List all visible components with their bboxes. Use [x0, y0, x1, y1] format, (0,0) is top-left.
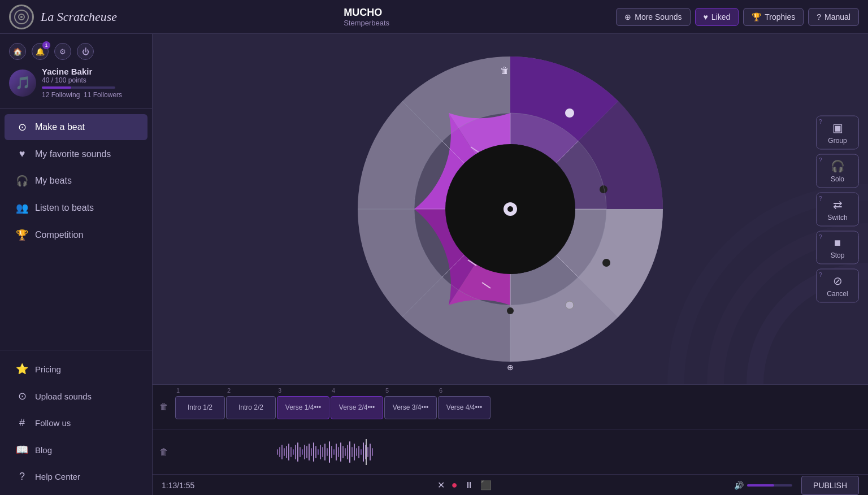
track-row-2: 🗑 // Generate waveform bars inline [153, 430, 868, 475]
svg-rect-51 [295, 445, 296, 459]
solo-button[interactable]: ? 🎧 Solo [816, 154, 859, 188]
sidebar-item-pricing[interactable]: ⭐ Pricing [5, 356, 147, 382]
switch-help-icon: ? [819, 196, 822, 202]
svg-rect-76 [351, 447, 353, 457]
track-block-verse-3[interactable]: Verse 3/4••• [384, 396, 437, 419]
trophies-icon: 🏆 [752, 12, 761, 21]
svg-rect-44 [279, 447, 280, 457]
waveform-svg: // Generate waveform bars inline [276, 439, 445, 465]
stop-help-icon: ? [819, 234, 822, 240]
svg-rect-83 [367, 447, 368, 457]
manual-button[interactable]: ? Manual [808, 8, 859, 26]
group-label: Group [828, 137, 847, 145]
sidebar-bottom: ⭐ Pricing ⊙ Upload sounds # Follow us 📖 … [0, 350, 152, 495]
svg-rect-63 [322, 447, 323, 457]
playback-controls: ✕ ● ⏸ ⬛ [437, 479, 492, 491]
trophies-button[interactable]: 🏆 Trophies [743, 8, 804, 26]
sidebar-item-my-favorite-sounds[interactable]: ♥ My favorite sounds [5, 141, 147, 167]
logo-icon [9, 5, 34, 29]
switch-button[interactable]: ? ⇄ Switch [816, 193, 859, 227]
sidebar-label-my-favorite-sounds: My favorite sounds [35, 149, 111, 159]
close-button[interactable]: ✕ [437, 480, 445, 490]
wheel-area: 🗑 ⊕ ? ▣ Group ? 🎧 Solo ? [153, 34, 868, 384]
track-block-intro-1[interactable]: Intro 1/2 [175, 396, 225, 419]
points-fill [42, 86, 71, 89]
group-help-icon: ? [819, 119, 822, 125]
svg-rect-72 [342, 446, 344, 458]
sidebar-label-blog: Blog [35, 445, 52, 455]
svg-point-37 [602, 259, 610, 267]
svg-rect-74 [347, 445, 348, 459]
svg-rect-59 [313, 442, 314, 462]
svg-point-38 [566, 301, 574, 309]
notification-icon-btn[interactable]: 🔔 1 [32, 43, 49, 60]
solo-label: Solo [831, 175, 844, 183]
track2-delete[interactable]: 🗑 [153, 447, 175, 457]
cancel-button[interactable]: ? ⊘ Cancel [816, 269, 859, 303]
sidebar-item-upload-sounds[interactable]: ⊙ Upload sounds [5, 383, 147, 409]
more-sounds-button[interactable]: ⊕ More Sounds [616, 8, 690, 26]
top-bar: La Scratcheuse MUCHO Stemperbeats ⊕ More… [0, 0, 868, 34]
power-icon-btn[interactable]: ⏻ [77, 43, 94, 60]
sidebar-label-my-beats: My beats [35, 176, 72, 186]
svg-text:⊕: ⊕ [507, 363, 514, 372]
svg-rect-84 [370, 444, 371, 461]
sidebar-item-my-beats[interactable]: 🎧 My beats [5, 168, 147, 194]
record-button[interactable]: ● [452, 479, 458, 491]
home-icon-btn[interactable]: 🏠 [9, 43, 26, 60]
cancel-help-icon: ? [819, 272, 822, 278]
more-sounds-label: More Sounds [635, 12, 682, 21]
track1-content: 1 2 3 4 5 6 Intro 1/2 Intro 2/2 Verse 1/… [175, 385, 868, 429]
sidebar-item-help-center[interactable]: ? Help Center [5, 464, 147, 489]
track-block-verse-4[interactable]: Verse 4/4••• [438, 396, 491, 419]
main-layout: 🏠 🔔 1 ⚙ ⏻ 🎵 Yacine Bakir 40 / 100 points [0, 34, 868, 495]
settings-icon-btn[interactable]: ⚙ [54, 43, 71, 60]
sidebar: 🏠 🔔 1 ⚙ ⏻ 🎵 Yacine Bakir 40 / 100 points [0, 34, 153, 495]
track2-content: // Generate waveform bars inline [175, 430, 868, 475]
svg-rect-80 [361, 449, 362, 455]
sidebar-label-listen-to-beats: Listen to beats [35, 203, 94, 213]
svg-rect-75 [349, 441, 350, 463]
track-block-verse-1[interactable]: Verse 1/4••• [277, 396, 329, 419]
svg-rect-65 [327, 448, 328, 456]
svg-rect-71 [340, 442, 341, 462]
track1-delete[interactable]: 🗑 [153, 402, 175, 412]
follow-us-icon: # [16, 417, 28, 429]
sidebar-item-make-a-beat[interactable]: ⊙ Make a beat [5, 114, 147, 140]
sidebar-item-follow-us[interactable]: # Follow us [5, 410, 147, 436]
blog-icon: 📖 [16, 444, 28, 456]
user-row: 🎵 Yacine Bakir 40 / 100 points 12 Follow… [9, 67, 143, 99]
beat-wheel[interactable]: 🗑 ⊕ [346, 45, 674, 373]
publish-button[interactable]: PUBLISH [801, 476, 859, 495]
sidebar-item-listen-to-beats[interactable]: 👥 Listen to beats [5, 195, 147, 221]
track-row-1: 🗑 1 2 3 4 5 6 Intro 1/2 [153, 385, 868, 430]
logo-area: La Scratcheuse [9, 5, 117, 29]
sidebar-item-competition[interactable]: 🏆 Competition [5, 222, 147, 248]
svg-text:🗑: 🗑 [500, 66, 509, 75]
upload-icon: ⊙ [16, 390, 28, 402]
stop-icon: ■ [834, 236, 841, 249]
liked-label: Liked [711, 12, 730, 21]
stop-playback-button[interactable]: ⬛ [480, 480, 492, 490]
svg-rect-56 [306, 446, 307, 458]
svg-rect-53 [300, 447, 301, 457]
svg-rect-60 [315, 446, 316, 458]
cancel-label: Cancel [827, 290, 848, 298]
manual-label: Manual [824, 12, 850, 21]
manual-icon: ? [817, 12, 821, 21]
user-info: Yacine Bakir 40 / 100 points 12 Followin… [42, 67, 122, 99]
user-points: 40 / 100 points [42, 76, 122, 84]
svg-rect-48 [288, 444, 289, 461]
stop-button[interactable]: ? ■ Stop [816, 231, 859, 264]
group-button[interactable]: ? ▣ Group [816, 116, 859, 150]
svg-rect-67 [331, 446, 332, 458]
svg-rect-73 [345, 448, 346, 456]
pause-button[interactable]: ⏸ [465, 480, 474, 490]
svg-point-35 [565, 108, 574, 118]
listen-icon: 👥 [16, 202, 28, 214]
volume-slider[interactable] [747, 484, 792, 487]
sidebar-item-blog[interactable]: 📖 Blog [5, 437, 147, 463]
track-block-intro-2[interactable]: Intro 2/2 [226, 396, 276, 419]
liked-button[interactable]: ♥ Liked [695, 8, 739, 26]
track-block-verse-2[interactable]: Verse 2/4••• [331, 396, 383, 419]
